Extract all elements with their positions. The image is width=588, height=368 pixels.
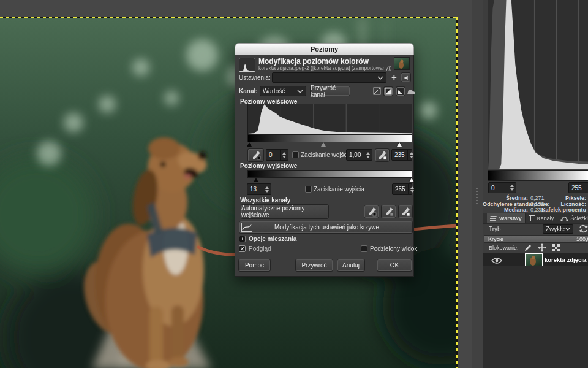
add-preset-button[interactable]: + [390, 72, 399, 82]
preview-checkbox[interactable]: ✕ [239, 245, 246, 252]
tab-channels[interactable]: Kanały [526, 213, 558, 223]
histogram-low-spin[interactable]: 0 [488, 182, 516, 193]
clamp-input-label: Zaciskanie wejścia [301, 151, 352, 158]
histogram-statistics: Średnia: 0,271 Piksele: Odchylenie stand… [483, 196, 588, 213]
layer-visibility-eye-icon[interactable] [491, 256, 502, 267]
linear-light-icon-button[interactable] [372, 86, 382, 96]
histogram-gradient-bar [488, 170, 588, 181]
spinner-arrows[interactable] [508, 183, 516, 193]
input-high-spin[interactable]: 235 [391, 149, 412, 161]
image-thumbnail [394, 57, 410, 70]
input-gradient-bar [247, 134, 412, 142]
eyedropper-black-icon [367, 207, 377, 217]
cancel-button[interactable]: Anuluj [337, 259, 365, 272]
presets-select[interactable] [272, 72, 386, 83]
auto-input-levels-button[interactable]: Automatyczne poziomy wejściowe [241, 204, 329, 219]
split-view-checkbox[interactable] [361, 245, 368, 252]
tab-paths[interactable]: Ścieżki [557, 213, 588, 223]
input-sliders [247, 142, 412, 148]
clamp-input-checkbox[interactable] [292, 151, 299, 158]
layer-row[interactable]: korekta zdjęcia.jpeg [483, 253, 588, 266]
splitter-grip[interactable] [476, 188, 478, 204]
perceptual-light-icon-button[interactable] [383, 86, 393, 96]
curves-icon [241, 223, 252, 232]
blending-options-label: Opcje mieszania [249, 236, 296, 242]
edit-as-curves-button[interactable]: Modyfikacja tych ustawień jako krzywe [239, 221, 413, 234]
clamp-output-checkbox[interactable] [305, 186, 312, 193]
levels-dialog: Poziomy Modyfikacja poziomów kolorów kor… [235, 43, 414, 277]
opacity-value: 100,0 [576, 236, 588, 242]
histogram-high-value[interactable]: 255 [569, 183, 588, 193]
lock-alpha-icon[interactable] [552, 243, 560, 253]
paths-icon [560, 215, 568, 221]
clamp-output-label: Zaciskanie wyjścia [314, 186, 364, 193]
output-low-spin[interactable]: 13 [247, 183, 271, 195]
output-gradient-bar [247, 170, 412, 178]
eyedropper-black-icon [251, 150, 261, 160]
chevron-down-icon [297, 90, 303, 93]
input-low-spin[interactable]: 0 [266, 149, 288, 161]
spinner-arrows[interactable] [280, 150, 288, 160]
dialog-heading: Modyfikacja poziomów kolorów [258, 57, 369, 66]
presets-label: Ustawienia: [239, 74, 271, 81]
ok-button[interactable]: OK [377, 259, 412, 272]
layer-thumbnail[interactable] [525, 253, 543, 267]
split-view-label: Podzielony widok [370, 245, 417, 252]
chevron-down-icon [565, 228, 570, 231]
channels-icon [529, 215, 535, 221]
spinner-arrows[interactable] [263, 184, 271, 194]
tab-layers[interactable]: Warstwy [487, 213, 526, 223]
log-histogram-icon-button[interactable] [406, 86, 416, 96]
dock-splitter[interactable] [472, 0, 484, 368]
reset-channel-button[interactable]: Przywróć kanał [310, 86, 350, 96]
mode-switch-icon[interactable] [578, 224, 588, 235]
all-pick-black-button[interactable] [364, 205, 379, 218]
preview-label: Podgląd [249, 245, 271, 252]
output-black-slider[interactable] [254, 178, 258, 182]
levels-dialog-icon [239, 58, 255, 72]
dialog-titlebar[interactable]: Poziomy [235, 43, 414, 55]
layer-name[interactable]: korekta zdjęcia.jpeg [545, 256, 588, 263]
lock-position-icon[interactable] [538, 243, 546, 253]
mode-label: Tryb [489, 226, 501, 232]
input-white-slider[interactable] [397, 142, 402, 147]
blending-options-expander[interactable]: + [239, 236, 246, 242]
spinner-arrows[interactable] [407, 150, 415, 160]
spinner-arrows[interactable] [364, 150, 372, 160]
input-gamma-slider[interactable] [321, 142, 326, 147]
input-histogram[interactable] [247, 104, 412, 134]
layer-mode-row: Tryb Zwykłe [483, 224, 588, 234]
spinner-arrows[interactable] [408, 184, 416, 194]
preset-menu-button[interactable]: ◀ [401, 72, 411, 82]
lock-paint-icon[interactable] [523, 243, 532, 253]
all-channels-title: Wszystkie kanały [240, 197, 290, 204]
opacity-slider[interactable]: Krycie 100,0 [484, 235, 588, 243]
linear-histogram-icon-button[interactable] [396, 86, 405, 96]
channel-label: Kanał: [239, 88, 258, 94]
all-pick-white-button[interactable] [398, 205, 413, 218]
pick-white-point-button[interactable] [375, 148, 390, 162]
histogram-range-row: 0 255 [483, 182, 588, 194]
reset-button[interactable]: Przywróć [295, 259, 333, 272]
output-high-spin[interactable]: 255 [392, 183, 412, 195]
all-pick-gray-button[interactable] [381, 205, 396, 218]
histogram-low-value[interactable]: 0 [489, 183, 508, 193]
histogram-high-spin[interactable]: 255 [568, 182, 588, 193]
layer-boundary-top [0, 17, 458, 18]
histogram-display[interactable] [488, 0, 588, 169]
channel-select[interactable]: Wartość [260, 86, 306, 96]
pick-black-point-button[interactable] [247, 148, 264, 162]
layer-boundary-right [456, 17, 458, 368]
help-button[interactable]: Pomoc [238, 259, 271, 272]
chevron-down-icon [377, 76, 383, 80]
eyedropper-white-icon [377, 150, 387, 160]
dialog-subheading: korekta zdjęcia.jpeg-2 ([korekta zdjęcia… [258, 65, 391, 71]
dialog-title: Poziomy [311, 45, 338, 53]
dock-empty-area [483, 266, 588, 368]
output-white-slider[interactable] [409, 178, 414, 182]
right-dock: 0 255 Średnia: 0,271 Piksele: Odchylenie… [483, 0, 588, 368]
input-black-slider[interactable] [247, 142, 252, 147]
opacity-label: Krycie [488, 236, 503, 242]
mode-select[interactable]: Zwykłe [543, 224, 573, 234]
input-gamma-spin[interactable]: 1,00 [346, 149, 372, 161]
